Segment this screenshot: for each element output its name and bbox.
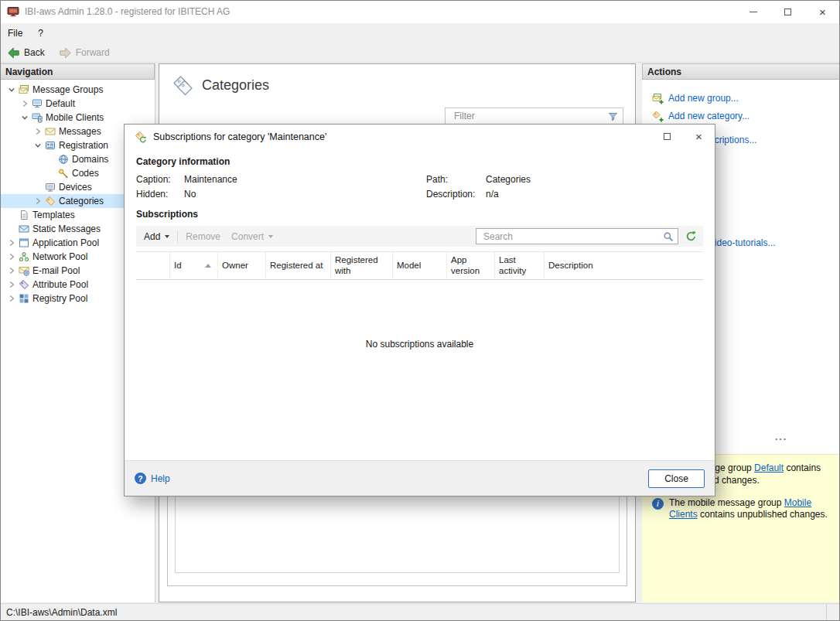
codes-icon [56,168,70,179]
help-icon: ? [135,473,146,484]
info-row: Hidden: No Description: n/a [136,186,703,201]
hidden-value: No [184,189,426,200]
minimize-button[interactable] [736,0,770,23]
column-header-model[interactable]: Model [393,252,447,279]
column-header-owner[interactable]: Owner [218,252,266,279]
status-path: C:\IBI-aws\Admin\Data.xml [6,607,117,618]
tree-item-mobile-clients[interactable]: Mobile Clients [0,111,155,125]
tree-item-label: Devices [59,182,92,193]
dialog-maximize-button[interactable] [651,125,683,148]
column-header-last-activity[interactable]: Last activity [495,252,545,279]
column-header-registered-with[interactable]: Registered with [331,252,393,279]
add-button-label: Add [144,231,160,242]
empty-message: No subscriptions available [136,280,703,350]
dialog-titlebar[interactable]: Subscriptions for category 'Maintenance'… [125,125,715,148]
window-title: IBI-aws Admin 1.28.0 - registered for IB… [25,6,230,17]
chevron-right-icon[interactable] [6,239,17,247]
column-header-id[interactable]: Id [170,252,218,279]
chevron-down-icon[interactable] [19,114,30,121]
column-header-label: Model [397,261,421,271]
tree-item-label: Codes [72,168,99,179]
column-header-selector[interactable] [136,252,170,279]
column-header-app-version[interactable]: App version [447,252,495,279]
tree-item-label: Registration [59,140,108,151]
menu-file[interactable]: File [0,23,30,43]
group-mobile-icon [30,112,43,123]
maximize-button[interactable] [770,0,805,23]
subscriptions-header: Subscriptions [136,209,703,220]
tree-item-label: Messages [59,126,101,137]
chevron-right-icon[interactable] [6,281,17,288]
action-label: Add new category... [668,111,750,121]
column-header-registered-at[interactable]: Registered at [266,252,331,279]
chevron-right-icon[interactable] [32,128,43,135]
status-divider [826,604,840,621]
chevron-down-icon [268,235,273,238]
toolbar-separator [177,230,178,243]
action-label: Add new group... [668,93,739,104]
help-link[interactable]: ? Help [135,473,170,484]
dialog-close-button[interactable]: × [683,125,715,148]
group-default-icon [30,98,43,109]
menu-help[interactable]: ? [30,23,51,43]
app-icon [7,5,19,18]
notice-link[interactable]: Default [754,462,784,473]
search-input[interactable] [476,231,678,242]
search-icon[interactable] [663,231,674,242]
tree-item-message-groups[interactable]: Message Groups [0,83,155,97]
chevron-right-icon[interactable] [6,253,17,261]
filter-icon[interactable] [608,111,618,121]
column-header-label: Description [548,261,593,271]
search-box [476,228,678,244]
subscriptions-table: IdOwnerRegistered atRegistered withModel… [136,251,703,459]
chevron-right-icon[interactable] [19,100,30,107]
notice: iThe mobile message group Mobile Clients… [652,497,832,522]
splitter-grip[interactable]: ... [775,432,787,442]
column-header-description[interactable]: Description [545,252,703,279]
add-group-icon [652,93,664,104]
add-button[interactable]: Add [138,228,175,245]
refresh-button[interactable] [685,230,697,242]
path-label: Path: [426,174,486,185]
registration-icon [43,140,56,151]
page-title: Categories [202,77,269,94]
filter-input[interactable] [446,111,608,121]
tree-item-label: Message Groups [32,84,103,95]
remove-button[interactable]: Remove [180,228,226,245]
application-pool-icon [17,237,30,248]
filter-box [445,107,623,125]
subscriptions-icon [135,131,147,143]
chevron-right-icon[interactable] [6,267,17,275]
chevron-right-icon[interactable] [6,295,17,302]
menubar: File ? [0,23,840,43]
close-window-button[interactable]: × [805,0,840,23]
actions-panel-header: Actions [642,63,840,80]
close-button[interactable]: Close [648,469,705,488]
statusbar: C:\IBI-aws\Admin\Data.xml [0,603,840,621]
action-add-new-group[interactable]: Add new group... [652,90,840,106]
category-information-header: Category information [136,156,703,167]
help-label: Help [151,473,170,484]
tree-item-label: Attribute Pool [32,279,88,290]
notice-link[interactable]: Mobile Clients [669,497,811,520]
chevron-down-icon[interactable] [32,142,43,149]
domains-icon [56,154,70,165]
chevron-right-icon[interactable] [32,197,43,205]
column-header-label: Owner [222,261,248,271]
tree-item-label: Registry Pool [32,293,87,304]
subscriptions-toolbar: Add Remove Convert [136,226,703,247]
convert-button[interactable]: Convert [226,228,278,245]
description-value: n/a [486,189,499,200]
chevron-down-icon[interactable] [6,86,17,94]
forward-button[interactable]: Forward [52,43,117,62]
tree-item-label: Templates [32,210,75,220]
description-label: Description: [426,189,486,200]
action-add-new-category[interactable]: Add new category... [652,108,840,124]
add-category-icon [652,111,664,122]
back-button[interactable]: Back [0,43,52,62]
sort-ascending-icon [205,264,211,268]
tree-item-default[interactable]: Default [0,97,155,111]
titlebar[interactable]: IBI-aws Admin 1.28.0 - registered for IB… [0,0,840,23]
forward-icon [59,46,72,60]
devices-icon [43,182,56,193]
